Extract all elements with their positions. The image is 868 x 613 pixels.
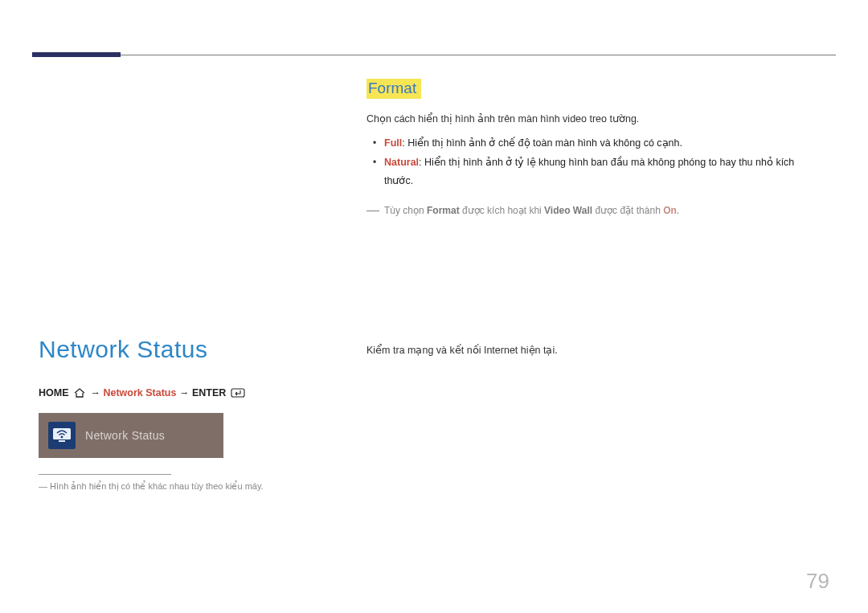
enter-icon	[231, 388, 245, 400]
network-status-tile[interactable]: Network Status	[39, 413, 223, 458]
note-prefix: Tùy chọn	[384, 205, 427, 216]
keyword-full: Full	[384, 137, 402, 149]
note-dash-icon: ―	[366, 199, 381, 223]
breadcrumb: HOME → Network Status → ENTER	[39, 387, 344, 400]
accent-bar	[32, 52, 121, 57]
footnote-text: ― Hình ảnh hiển thị có thể khác nhau tùy…	[39, 481, 344, 492]
format-item-natural-desc: : Hiển thị hình ảnh ở tỷ lệ khung hình b…	[384, 157, 794, 187]
network-status-description: Kiểm tra mạng và kết nối Internet hiện t…	[366, 344, 823, 356]
home-icon	[73, 388, 86, 400]
note-k1: Format	[427, 205, 460, 216]
network-status-tile-icon-wrap	[48, 422, 76, 449]
top-divider	[32, 55, 836, 55]
note-mid: được kích hoạt khi	[460, 205, 544, 216]
format-item-full-desc: : Hiển thị hình ảnh ở chế độ toàn màn hì…	[402, 137, 682, 149]
breadcrumb-item: Network Status	[103, 387, 176, 398]
note-k2: Video Wall	[544, 205, 592, 216]
breadcrumb-arrow-1: →	[90, 387, 103, 398]
format-heading: Format	[366, 79, 421, 99]
svg-rect-2	[59, 440, 65, 442]
network-status-tile-label: Network Status	[85, 429, 165, 442]
note-k3: On	[663, 205, 677, 216]
format-item-natural: Natural: Hiển thị hình ảnh ở tỷ lệ khung…	[366, 153, 823, 192]
svg-point-3	[61, 436, 63, 439]
footnote-divider	[39, 474, 171, 475]
format-note: ―Tùy chọn Format được kích hoạt khi Vide…	[366, 199, 823, 223]
keyword-natural: Natural	[384, 157, 419, 168]
breadcrumb-home: HOME	[39, 387, 69, 398]
svg-rect-0	[231, 389, 244, 397]
note-mid2: được đặt thành	[592, 205, 663, 216]
breadcrumb-enter: ENTER	[192, 387, 226, 398]
note-suffix: .	[677, 205, 679, 216]
page-number: 79	[806, 569, 829, 594]
format-intro: Chọn cách hiển thị hình ảnh trên màn hìn…	[366, 110, 823, 129]
monitor-wifi-icon	[51, 425, 72, 446]
format-item-full: Full: Hiển thị hình ảnh ở chế độ toàn mà…	[366, 134, 823, 153]
breadcrumb-arrow-2: →	[179, 387, 192, 398]
network-status-heading: Network Status	[39, 336, 344, 363]
